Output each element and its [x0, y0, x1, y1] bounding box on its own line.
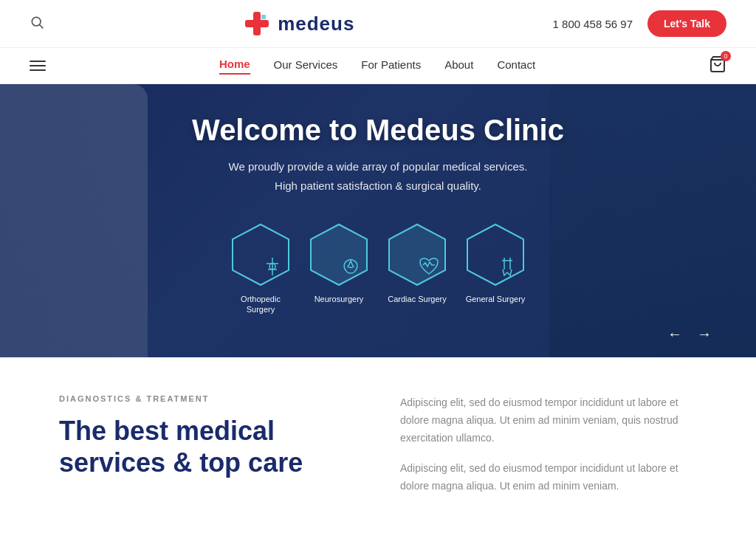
top-bar-right: 1 800 458 56 97 Let's Talk	[553, 10, 726, 37]
nav-contact[interactable]: Contact	[497, 58, 535, 74]
orthopedic-label: OrthopedicSurgery	[241, 294, 281, 315]
service-general[interactable]: General Surgery	[463, 221, 528, 315]
neurosurgery-label: Neurosurgery	[315, 294, 364, 304]
hero-arrows: ← →	[667, 326, 712, 343]
cardiac-label: Cardiac Surgery	[388, 294, 446, 304]
hex-orthopedic	[228, 221, 293, 288]
nav-about[interactable]: About	[444, 58, 473, 74]
lower-left: DIAGNOSTICS & TREATMENT The best medical…	[59, 394, 356, 509]
hero-section: Welcome to Medeus Clinic We proudly prov…	[0, 84, 756, 357]
hex-neurosurgery	[306, 221, 371, 288]
nav-our-services[interactable]: Our Services	[274, 58, 338, 74]
section-para-2: Adipiscing elit, sed do eiusmod tempor i…	[400, 460, 697, 495]
hamburger-menu[interactable]	[30, 61, 46, 71]
hex-general	[463, 221, 528, 288]
svg-rect-4	[261, 15, 266, 19]
hero-next-arrow[interactable]: →	[697, 326, 712, 343]
hero-prev-arrow[interactable]: ←	[667, 326, 682, 343]
search-icon[interactable]	[30, 15, 44, 32]
logo-cross-icon	[242, 9, 272, 38]
phone-number: 1 800 458 56 97	[553, 18, 633, 30]
top-bar: medeus 1 800 458 56 97 Let's Talk	[0, 0, 756, 48]
nav-links: Home Our Services For Patients About Con…	[219, 58, 535, 75]
hero-subtitle: We proudly provide a wide array of popul…	[192, 157, 564, 195]
service-orthopedic[interactable]: OrthopedicSurgery	[228, 221, 293, 315]
general-label: General Surgery	[466, 294, 526, 304]
hero-title: Welcome to Medeus Clinic	[192, 114, 564, 147]
nav-home[interactable]: Home	[219, 58, 250, 75]
nav-for-patients[interactable]: For Patients	[361, 58, 421, 74]
nav-bar: Home Our Services For Patients About Con…	[0, 48, 756, 84]
services-row: OrthopedicSurgery Neurosurgery	[228, 221, 528, 315]
lower-right: Adipiscing elit, sed do eiusmod tempor i…	[400, 394, 697, 509]
lets-talk-button[interactable]: Let's Talk	[647, 10, 726, 37]
cart-badge: 0	[721, 51, 731, 61]
service-neurosurgery[interactable]: Neurosurgery	[306, 221, 371, 315]
section-tag: DIAGNOSTICS & TREATMENT	[59, 394, 356, 403]
section-heading: The best medical services & top care	[59, 415, 356, 478]
logo-text: medeus	[278, 13, 354, 35]
lower-section: DIAGNOSTICS & TREATMENT The best medical…	[0, 357, 756, 546]
svg-rect-3	[245, 20, 269, 27]
svg-line-1	[40, 25, 44, 29]
cart-icon-wrap[interactable]: 0	[709, 55, 726, 76]
hex-cardiac	[385, 221, 450, 288]
logo[interactable]: medeus	[242, 9, 354, 38]
hero-content: Welcome to Medeus Clinic We proudly prov…	[192, 114, 564, 221]
svg-point-0	[32, 17, 41, 26]
section-para-1: Adipiscing elit, sed do eiusmod tempor i…	[400, 394, 697, 447]
service-cardiac[interactable]: Cardiac Surgery	[385, 221, 450, 315]
